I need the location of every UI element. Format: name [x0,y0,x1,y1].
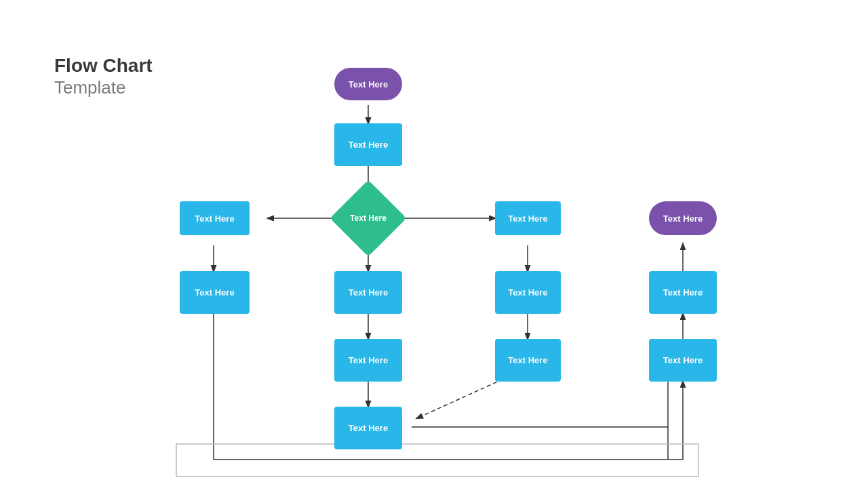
node-n5-far: Text Here [649,271,717,314]
page-title: Flow Chart Template [54,54,153,98]
node-n2: Text Here [334,123,402,166]
node-n5-left: Text Here [180,271,250,314]
node-n5-end: Text Here [649,201,717,235]
svg-rect-14 [176,444,698,476]
title-main: Flow Chart [54,54,153,77]
node-n6-far: Text Here [649,339,717,382]
title-sub: Template [54,77,153,98]
node-n6-mid: Text Here [334,339,402,382]
node-n5-mid: Text Here [334,271,402,314]
node-n6-right: Text Here [495,339,561,382]
node-start: Text Here [334,68,402,100]
node-n5-right: Text Here [495,271,561,314]
node-n4-left: Text Here [180,201,250,235]
node-diamond-label: Text Here [334,191,402,245]
node-n4-right: Text Here [495,201,561,235]
node-n7-mid: Text Here [334,407,402,449]
